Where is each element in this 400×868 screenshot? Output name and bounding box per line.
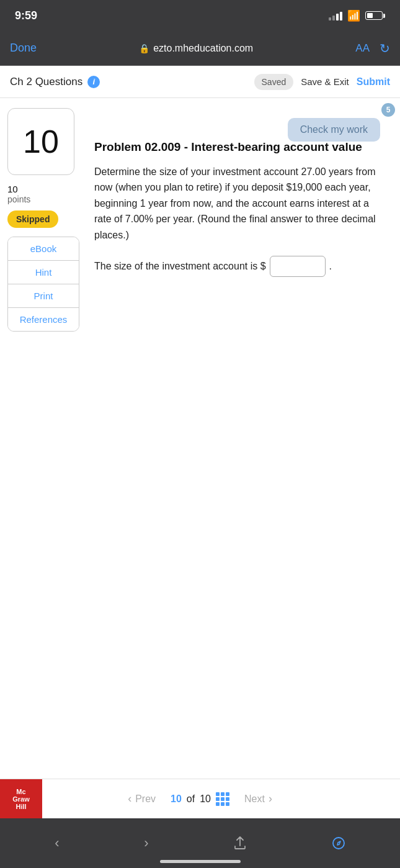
main-content: 10 10 points Skipped eBook Hint Print Re… — [0, 98, 400, 657]
check-badge: 5 — [381, 103, 395, 117]
prev-button[interactable]: ‹ Prev — [128, 792, 156, 805]
skipped-badge: Skipped — [7, 210, 58, 228]
check-work-button[interactable]: Check my work — [288, 118, 380, 142]
prev-label: Prev — [135, 793, 156, 805]
reload-icon[interactable]: ↻ — [380, 41, 390, 56]
bottom-nav: Mc Graw Hill ‹ Prev 10 of 10 Next › — [0, 779, 400, 818]
grid-icon[interactable] — [216, 792, 229, 806]
references-link[interactable]: References — [8, 308, 79, 331]
home-indicator — [160, 860, 241, 863]
question-number: 10 — [23, 123, 59, 160]
forward-button[interactable]: › — [144, 835, 148, 851]
points-label: points — [7, 194, 79, 204]
sidebar-links: eBook Hint Print References — [7, 237, 79, 332]
mcgraw-hill-logo: Mc Graw Hill — [0, 779, 42, 819]
nav-actions: Saved Save & Exit Submit — [254, 74, 390, 90]
total-pages: 10 — [200, 793, 211, 805]
compass-button[interactable] — [332, 836, 345, 850]
nav-center: ‹ Prev 10 of 10 Next › — [128, 792, 272, 806]
signal-icon — [329, 11, 342, 20]
answer-input[interactable] — [270, 256, 326, 277]
next-label: Next — [244, 793, 265, 805]
check-work-wrapper: Check my work 5 — [298, 108, 390, 132]
save-exit-button[interactable]: Save & Exit — [301, 76, 349, 87]
page-info: 10 of 10 — [171, 792, 229, 806]
answer-suffix: . — [329, 261, 332, 272]
prev-chevron-icon: ‹ — [128, 792, 131, 805]
url-text: ezto.mheducation.com — [153, 43, 253, 54]
nav-title: Ch 2 Questions i — [10, 76, 100, 88]
lock-icon: 🔒 — [139, 43, 149, 53]
back-button[interactable]: ‹ — [55, 835, 59, 851]
hint-link[interactable]: Hint — [8, 261, 79, 284]
points-section: 10 points — [7, 181, 79, 204]
svg-point-0 — [333, 838, 344, 849]
nav-bar: Ch 2 Questions i Saved Save & Exit Submi… — [0, 66, 400, 98]
status-icons: 📶 — [329, 9, 385, 22]
aa-button[interactable]: AA — [355, 42, 370, 55]
mcgraw-text-line2: Graw — [12, 795, 30, 803]
browser-url: 🔒 ezto.mheducation.com — [139, 43, 253, 54]
share-button[interactable] — [233, 836, 247, 850]
saved-badge: Saved — [254, 74, 294, 90]
submit-button[interactable]: Submit — [357, 76, 390, 88]
info-icon[interactable]: i — [87, 76, 100, 88]
content-area: Check my work 5 Problem 02.009 - Interes… — [87, 98, 400, 657]
problem-body: Determine the size of your investment ac… — [94, 164, 388, 243]
points-value: 10 — [7, 184, 79, 194]
question-number-box: 10 — [7, 108, 74, 175]
mcgraw-text-line1: Mc — [16, 788, 25, 795]
print-link[interactable]: Print — [8, 284, 79, 308]
of-label: of — [187, 793, 195, 805]
mcgraw-text-line3: Hill — [16, 803, 26, 810]
current-page: 10 — [171, 793, 182, 805]
status-bar: 9:59 📶 — [0, 0, 400, 31]
chapter-title: Ch 2 Questions — [10, 76, 82, 88]
battery-icon — [365, 11, 385, 20]
next-button[interactable]: Next › — [244, 792, 272, 805]
ebook-link[interactable]: eBook — [8, 237, 79, 261]
next-chevron-icon: › — [269, 792, 272, 805]
answer-prefix: The size of the investment account is $ — [94, 261, 266, 272]
browser-controls: AA ↻ — [355, 41, 390, 56]
answer-line: The size of the investment account is $ … — [94, 256, 388, 277]
done-button[interactable]: Done — [10, 42, 37, 55]
status-time: 9:59 — [15, 9, 37, 22]
browser-bar: Done 🔒 ezto.mheducation.com AA ↻ — [0, 31, 400, 66]
sidebar: 10 10 points Skipped eBook Hint Print Re… — [0, 98, 87, 657]
wifi-icon: 📶 — [347, 9, 360, 22]
